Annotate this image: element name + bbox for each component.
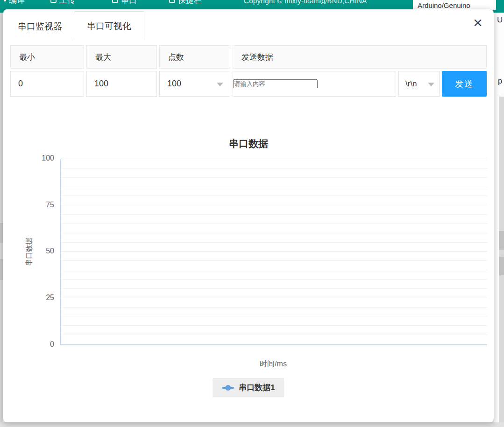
clipped-text-fragment: p: [498, 77, 502, 85]
tab-label: 串口可视化: [87, 20, 131, 32]
line-ending-value: \r\n: [405, 79, 417, 89]
chevron-down-icon: [428, 83, 434, 86]
max-field-cell: [86, 71, 157, 97]
copyright-text: Copyright © mixly-team@BNU,CHINA: [244, 0, 367, 5]
y-tick-label: 0: [25, 340, 54, 350]
page-vertical-scrollbar[interactable]: [499, 97, 504, 427]
chevron-down-icon[interactable]: [217, 83, 223, 86]
background-page-right: U p: [494, 13, 504, 427]
tab-serial-visualization[interactable]: 串口可视化: [74, 11, 144, 40]
toolbar-item-label: 上传: [59, 0, 75, 6]
screen: 编译 上传 串口 快捷栏 Copyright © mixly-team@BNU,…: [0, 0, 504, 427]
line-ending-select[interactable]: \r\n: [398, 71, 440, 97]
toolbar-item-serial[interactable]: 串口: [112, 0, 137, 6]
compile-icon: [4, 0, 6, 1]
y-tick-label: 100: [25, 154, 54, 164]
serial-icon: [112, 0, 118, 3]
max-input[interactable]: [87, 71, 156, 96]
background-page-left: [0, 13, 3, 427]
board-select-value: Arduino/Genuino: [418, 1, 470, 9]
scrollbar-thumb[interactable]: [499, 231, 504, 250]
line-series-icon: [222, 385, 234, 391]
min-header: 最小: [10, 45, 84, 69]
legend-label: 串口数据1: [239, 382, 275, 393]
toolbar-item-label: 串口: [121, 0, 137, 6]
tab-serial-monitor[interactable]: 串口监视器: [7, 13, 73, 40]
scrollbar-thumb[interactable]: [0, 259, 3, 280]
quickbar-icon: [169, 0, 175, 3]
clipped-text-fragment: U: [497, 15, 503, 25]
toolbar-item-label: 快捷栏: [178, 0, 202, 6]
tab-label: 串口监视器: [18, 21, 62, 33]
min-field-cell: [10, 71, 84, 97]
upload-icon: [50, 0, 57, 3]
send-data-header: 发送数据: [233, 45, 487, 69]
serial-chart: 串口数据 100 75 50 25 0 串口数据 时间/ms 串口数据1: [9, 126, 488, 415]
send-button[interactable]: 发送: [442, 71, 487, 97]
points-field-cell: [159, 71, 230, 97]
serial-settings-form: 最小 最大 点数 发送数据 \r\n 发: [10, 45, 487, 97]
serial-dialog: 串口监视器 串口可视化 × 最小 最大 点数 发送数据: [3, 9, 494, 422]
background-page-bottom: [0, 422, 504, 427]
plot-area: [60, 159, 487, 345]
min-input[interactable]: [11, 71, 84, 96]
x-axis-title: 时间/ms: [260, 359, 287, 369]
y-tick-label: 25: [25, 294, 54, 304]
board-select[interactable]: Arduino/Genuino: [413, 0, 496, 10]
toolbar-item-label: 编译: [9, 0, 25, 6]
close-icon[interactable]: ×: [469, 13, 486, 32]
chart-title: 串口数据: [9, 137, 488, 150]
legend-item-series1[interactable]: 串口数据1: [213, 378, 284, 397]
send-data-input[interactable]: [233, 79, 318, 88]
toolbar-item-upload[interactable]: 上传: [50, 0, 75, 6]
toolbar-item-quickbar[interactable]: 快捷栏: [169, 0, 202, 6]
send-field-cell: [233, 71, 396, 97]
scrollbar-thumb[interactable]: [0, 223, 3, 243]
toolbar-item-compile[interactable]: 编译: [4, 0, 25, 6]
y-tick-label: 75: [25, 201, 54, 211]
points-header: 点数: [159, 45, 230, 69]
send-group: \r\n 发送: [233, 71, 487, 97]
y-axis-title: 串口数据: [25, 238, 34, 266]
max-header: 最大: [86, 45, 157, 69]
scrollbar-thumb[interactable]: [499, 257, 504, 275]
